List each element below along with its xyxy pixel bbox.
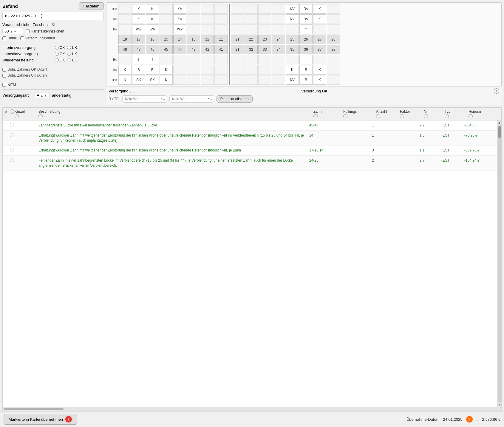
td-radio-circle-2[interactable] <box>10 133 14 137</box>
r-bot-35[interactable]: K <box>286 65 299 75</box>
h-scroll-thumb[interactable] <box>4 408 64 410</box>
tp-top-18[interactable] <box>118 4 132 14</box>
tp-bot-37[interactable]: K <box>313 75 326 85</box>
b-bot-45[interactable] <box>160 55 173 64</box>
th-kuerzel-radio[interactable] <box>15 114 19 118</box>
b-bot-42[interactable] <box>201 55 214 64</box>
tp-bot-42[interactable] <box>201 75 214 85</box>
b-bot-44[interactable] <box>173 55 186 64</box>
r-top-11[interactable] <box>214 14 228 24</box>
r-bot-45[interactable]: K <box>160 65 173 75</box>
wiederherstellung-uk-radio[interactable] <box>67 58 71 62</box>
tp-bot-33[interactable] <box>258 75 271 85</box>
scroll-thumb[interactable] <box>498 126 501 138</box>
tooth-num-22[interactable]: 22 <box>245 35 258 44</box>
r-top-21[interactable] <box>231 14 244 24</box>
th-nr-radio[interactable] <box>424 114 428 118</box>
tooth-num-21[interactable]: 21 <box>231 35 244 44</box>
unfall-label[interactable]: Unfall <box>2 36 17 40</box>
tp-bot-36[interactable]: B <box>299 75 313 85</box>
tooth-num-26[interactable]: 26 <box>299 35 313 44</box>
r-bot-31[interactable] <box>231 65 244 75</box>
nem-checkbox[interactable] <box>2 83 6 87</box>
b-top-24[interactable] <box>272 24 285 34</box>
haertefall-label[interactable]: Härtefallkennzeichen <box>26 29 64 33</box>
versorgung-info-icon[interactable]: i <box>494 88 499 94</box>
tooth-num-45[interactable]: 45 <box>160 45 173 54</box>
tooth-num-15[interactable]: 15 <box>160 35 173 44</box>
r-top-15[interactable] <box>160 14 173 24</box>
b-bot-47[interactable]: f <box>132 55 145 64</box>
tooth-num-27[interactable]: 27 <box>313 35 326 44</box>
nem-label[interactable]: NEM <box>2 83 104 87</box>
th-typ-radio[interactable] <box>445 114 449 118</box>
b-top-25[interactable] <box>286 24 299 34</box>
immediatversorgung-uk-radio-label[interactable]: UK <box>67 52 77 56</box>
markierte-button[interactable]: Markierte in Kartei übernehmen 1 <box>4 414 77 425</box>
tp-top-25[interactable]: KV <box>286 4 299 14</box>
refresh-icon[interactable]: ↻ <box>52 22 55 27</box>
b-bot-31[interactable] <box>231 55 244 64</box>
th-beschreibung-radio[interactable] <box>38 114 43 118</box>
tp-top-13[interactable] <box>187 4 200 14</box>
r-top-26[interactable]: BV <box>299 14 313 24</box>
vertical-scrollbar[interactable]: ▲ ▼ <box>497 120 501 407</box>
r-bot-46[interactable]: B <box>146 65 159 75</box>
b-top-17[interactable]: ww <box>132 24 145 34</box>
r-bot-34[interactable] <box>272 65 285 75</box>
tp-bot-44[interactable] <box>173 75 186 85</box>
td-radio-circle-1[interactable] <box>10 123 14 127</box>
r-bot-36[interactable]: B <box>299 65 313 75</box>
falldaten-button[interactable]: Falldaten <box>79 2 104 10</box>
zuschuss-stepper[interactable]: ▲ ▼ <box>10 29 16 33</box>
b-top-18[interactable] <box>118 24 132 34</box>
unbr-ok-label[interactable]: Unbr. Zahners OK (Alter) <box>2 67 104 72</box>
interimsversorgung-uk-radio[interactable] <box>67 46 71 49</box>
r-bot-47[interactable]: B <box>132 65 145 75</box>
b-bot-36[interactable]: f <box>299 55 313 64</box>
r-top-16[interactable]: K <box>146 14 159 24</box>
tooth-num-42[interactable]: 42 <box>201 45 214 54</box>
table-row[interactable]: Erhaltungswürdiger Zahn mit weitgehender… <box>3 131 497 146</box>
tp-bot-32[interactable] <box>245 75 258 85</box>
r-bot-33[interactable] <box>258 65 271 75</box>
interimsversorgung-ok-radio[interactable] <box>55 46 59 49</box>
b-bot-35[interactable] <box>286 55 299 64</box>
tooth-num-11[interactable]: 11 <box>214 35 228 44</box>
scroll-up-btn[interactable]: ▲ <box>498 121 501 124</box>
tooth-num-24[interactable]: 24 <box>272 35 285 44</box>
tooth-num-38[interactable]: 38 <box>327 45 340 54</box>
r-top-28[interactable] <box>327 14 340 24</box>
b-top-27[interactable] <box>313 24 326 34</box>
td-radio-circle-4[interactable] <box>10 158 14 162</box>
tp-top-21[interactable] <box>231 4 244 14</box>
b-bot-37[interactable] <box>313 55 326 64</box>
interimsversorgung-uk-radio-label[interactable]: UK <box>67 46 77 50</box>
b-bot-32[interactable] <box>245 55 258 64</box>
tp-top-15[interactable] <box>160 4 173 14</box>
tp-bot-38[interactable] <box>327 75 340 85</box>
tp-top-16[interactable]: K <box>146 4 159 14</box>
wiederherstellung-ok-radio-label[interactable]: OK <box>55 58 65 62</box>
b-top-16[interactable]: ww <box>146 24 159 34</box>
th-anzahl-radio[interactable] <box>376 114 380 118</box>
tp-top-28[interactable] <box>327 4 340 14</box>
b-top-21[interactable] <box>231 24 244 34</box>
wiederherstellung-uk-radio-label[interactable]: UK <box>67 58 77 62</box>
b-bot-33[interactable] <box>258 55 271 64</box>
tp-top-23[interactable] <box>258 4 271 14</box>
td-radio-circle-3[interactable] <box>10 148 14 152</box>
r-top-22[interactable] <box>245 14 258 24</box>
tp-bot-43[interactable] <box>187 75 200 85</box>
b-bot-38[interactable] <box>327 55 340 64</box>
b-top-23[interactable] <box>258 24 271 34</box>
tooth-num-37[interactable]: 37 <box>313 45 326 54</box>
tooth-num-46[interactable]: 46 <box>146 45 159 54</box>
unbr-uk-label[interactable]: Unbr. Zahners UK (Alter) <box>2 73 104 78</box>
r-top-17[interactable]: K <box>132 14 145 24</box>
th-faktor-radio[interactable] <box>400 114 404 118</box>
tooth-num-25[interactable]: 25 <box>286 35 299 44</box>
date-down-btn[interactable]: ▼ <box>40 16 43 19</box>
tooth-num-35[interactable]: 35 <box>286 45 299 54</box>
tooth-num-48[interactable]: 48 <box>118 45 132 54</box>
